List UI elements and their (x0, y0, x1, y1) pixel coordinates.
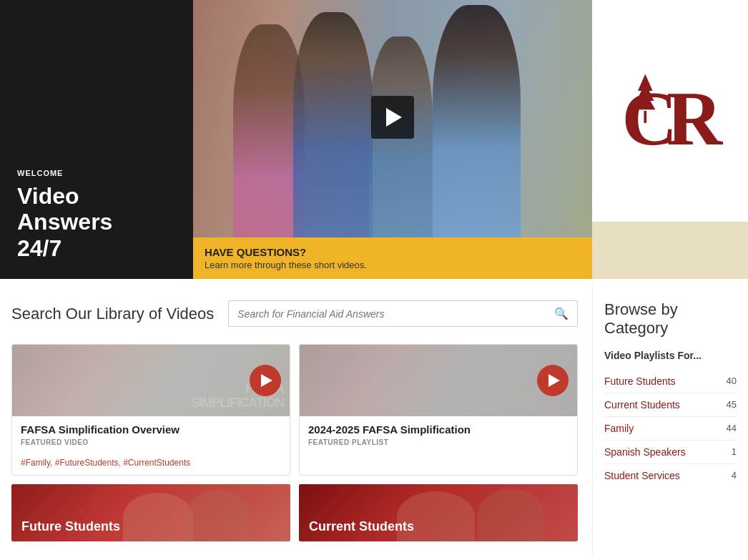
play-circle-2[interactable] (537, 365, 569, 396)
thumb-overlay-2 (300, 345, 577, 416)
questions-title: HAVE QUESTIONS? (205, 246, 581, 258)
playlist-item-spanish[interactable]: Spanish Speakers 1 (604, 441, 737, 464)
playlist-count-student-services: 4 (732, 470, 737, 481)
category-future-label: Future Students (21, 519, 120, 534)
questions-banner: HAVE QUESTIONS? Learn more through these… (193, 237, 592, 279)
search-input[interactable] (229, 301, 546, 326)
search-button[interactable]: 🔍 (546, 301, 577, 326)
left-panel: Search Our Library of Videos 🔍 FAFSASimp… (0, 286, 592, 556)
search-bar: 🔍 (228, 300, 578, 327)
category-current[interactable]: Current Students (299, 484, 578, 541)
logo-area: C R (592, 0, 748, 222)
video-card-info-1: FAFSA Simplification Overview FEATURED V… (12, 416, 290, 453)
video-title-1: FAFSA Simplification Overview (21, 423, 281, 436)
hero-right-panel: C R (592, 0, 748, 279)
playlist-label-student-services: Student Services (604, 470, 680, 481)
playlist-label-current: Current Students (604, 399, 680, 411)
hero-title: Video Answers 24/7 (17, 183, 176, 262)
playlist-label-future: Future Students (604, 375, 676, 387)
questions-subtitle: Learn more through these short videos. (205, 260, 581, 270)
playlist-count-future: 40 (727, 375, 737, 386)
hero-video-area: ▶ 🔊 0:00 / 0:53 CC ⛶ OCELOT HAVE QUESTIO… (193, 0, 592, 279)
video-title-2: 2024-2025 FAFSA Simplification (308, 423, 569, 436)
svg-rect-2 (644, 111, 646, 123)
category-current-label: Current Students (309, 519, 414, 534)
video-thumb-1: FAFSASimplification (12, 345, 290, 416)
playlist-count-family: 44 (727, 423, 737, 433)
playlist-count-current: 45 (727, 399, 737, 410)
playlist-label-family: Family (604, 423, 634, 434)
hero-left-panel: WELCOME Video Answers 24/7 (0, 0, 193, 279)
play-button[interactable] (371, 96, 414, 139)
playlists-title: Video Playlists For... (604, 350, 737, 361)
playlist-label-spanish: Spanish Speakers (604, 446, 686, 458)
playlist-item-family[interactable]: Family 44 (604, 417, 737, 441)
video-thumb-2 (300, 345, 577, 416)
playlist-count-spanish: 1 (732, 446, 737, 457)
hero-welcome-label: WELCOME (17, 169, 176, 177)
browse-title: Browse by Category (604, 300, 737, 338)
video-card-2: 2024-2025 FAFSA Simplification FEATURED … (299, 344, 578, 476)
search-title: Search Our Library of Videos (11, 305, 214, 323)
logo-bottom-accent (592, 222, 748, 279)
playlist-item-current[interactable]: Current Students 45 (604, 393, 737, 417)
video-grid: FAFSASimplification FAFSA Simplification… (11, 344, 578, 476)
right-sidebar: Browse by Category Video Playlists For..… (592, 286, 748, 556)
video-card-info-2: 2024-2025 FAFSA Simplification FEATURED … (300, 416, 577, 453)
playlist-item-student-services[interactable]: Student Services 4 (604, 464, 737, 487)
video-badge-2: FEATURED PLAYLIST (308, 438, 569, 446)
video-badge-1: FEATURED VIDEO (21, 438, 281, 446)
svg-text:R: R (666, 76, 723, 161)
category-future[interactable]: Future Students (11, 484, 290, 541)
video-card-1: FAFSASimplification FAFSA Simplification… (11, 344, 290, 476)
play-circle-1[interactable] (250, 365, 281, 396)
video-tags-1: #Family, #FutureStudents, #CurrentStuden… (12, 453, 290, 475)
search-section: Search Our Library of Videos 🔍 (11, 300, 578, 327)
main-content: Search Our Library of Videos 🔍 FAFSASimp… (0, 279, 748, 556)
playlist-item-future[interactable]: Future Students 40 (604, 370, 737, 393)
cr-logo: C R (616, 57, 724, 164)
hero-section: WELCOME Video Answers 24/7 ▶ 🔊 0:00 / 0 (0, 0, 748, 279)
category-grid: Future Students Current Students (11, 484, 578, 541)
